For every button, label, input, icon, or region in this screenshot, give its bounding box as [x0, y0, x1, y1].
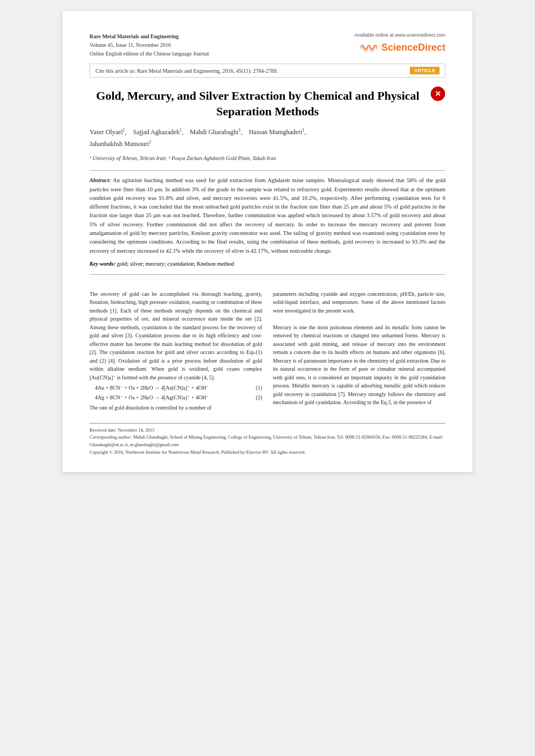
authors-list: Yaser Olyael1, Sajjad Aghazadeh1, Mahdi … [90, 127, 445, 150]
page-header: Rare Metal Materials and Engineering Vol… [90, 32, 445, 58]
left-col-text-1: The recovery of gold can be accomplished… [90, 290, 262, 382]
logo-area: Available online at www.sciencedirect.co… [354, 32, 445, 55]
journal-title: Rare Metal Materials and Engineering [90, 32, 209, 41]
article-title: ✕ Gold, Mercury, and Silver Extraction b… [90, 88, 445, 119]
abstract-text: An agitation leaching method was used fo… [90, 177, 445, 253]
article-page: Rare Metal Materials and Engineering Vol… [63, 11, 472, 472]
keywords-label: Key words: [90, 261, 115, 267]
affiliations: ¹ University of Tehran, Tehran Iran; ² P… [90, 154, 445, 163]
journal-info: Rare Metal Materials and Engineering Vol… [90, 32, 209, 58]
equation-2-text: 4Ag + 8CN⁻ + O₂ + 2H₂O → 4[Ag(CN)₂]⁻ + 4… [95, 393, 209, 402]
available-online-text: Available online at www.sciencedirect.co… [354, 32, 445, 38]
article-badge: ARTICLE [410, 67, 440, 74]
keywords-text: gold; silver; mercury; cyanidation; Knel… [117, 261, 234, 267]
right-col-text: parameters including cyanide and oxygen … [273, 290, 445, 407]
crossmark-icon: ✕ [430, 86, 445, 101]
journal-volume: Volume 45, Issue 11, November 2016 [90, 41, 209, 50]
keywords-section: Key words: gold; silver; mercury; cyanid… [90, 261, 445, 267]
divider-2 [90, 274, 445, 275]
right-column: parameters including cyanide and oxygen … [273, 290, 445, 412]
sd-waves-icon [359, 40, 378, 55]
author-3: Mahdi Gharabaghi1, [190, 128, 247, 136]
equations-block: 4Au + 8CN⁻ + O₂ + 2H₂O → 4[Au(CN)₂]⁻ + 4… [95, 384, 262, 401]
sciencedirect-logo: ScienceDirect [359, 40, 445, 55]
citation-bar: Cite this article as: Rare Metal Materia… [90, 64, 445, 78]
svg-text:✕: ✕ [435, 89, 441, 98]
received-date: Received date: November 14, 2015 [90, 427, 445, 434]
left-col-text-2: The rate of gold dissolution is controll… [90, 404, 262, 412]
title-section: ✕ Gold, Mercury, and Silver Extraction b… [90, 88, 445, 119]
corresponding-text: Mahdi Gharabaghi, School of Mining Engin… [90, 434, 443, 447]
equation-2-num: (2) [256, 393, 262, 402]
divider-1 [90, 170, 445, 171]
equation-1-text: 4Au + 8CN⁻ + O₂ + 2H₂O → 4[Au(CN)₂]⁻ + 4… [95, 384, 209, 392]
body-columns: The recovery of gold can be accomplished… [90, 290, 445, 412]
corresponding-label: Corresponding author: [90, 434, 133, 440]
author-5: Jahanbakhsh Mansouri2 [90, 140, 151, 148]
author-4: Hassan Mamghaderi1, [249, 128, 306, 136]
author-2: Sajjad Aghazadeh1, [133, 128, 188, 136]
footer-section: Received date: November 14, 2015 Corresp… [90, 427, 445, 456]
journal-edition: Online English edition of the Chinese la… [90, 50, 209, 58]
sciencedirect-brand-text: ScienceDirect [381, 42, 445, 53]
corresponding-author: Corresponding author: Mahdi Gharabaghi, … [90, 434, 445, 448]
footer-divider [90, 423, 445, 424]
equation-2-line: 4Ag + 8CN⁻ + O₂ + 2H₂O → 4[Ag(CN)₂]⁻ + 4… [95, 393, 262, 402]
equation-1-num: (1) [256, 384, 262, 392]
citation-text: Cite this article as: Rare Metal Materia… [95, 68, 278, 74]
abstract-section: Abstract: An agitation leaching method w… [90, 176, 445, 255]
abstract-label: Abstract: [90, 177, 111, 183]
copyright-text: Copyright © 2016, Northwest Institute fo… [90, 449, 445, 456]
author-1: Yaser Olyael1, [90, 128, 132, 136]
left-column: The recovery of gold can be accomplished… [90, 290, 262, 412]
equation-1-line: 4Au + 8CN⁻ + O₂ + 2H₂O → 4[Au(CN)₂]⁻ + 4… [95, 384, 262, 392]
